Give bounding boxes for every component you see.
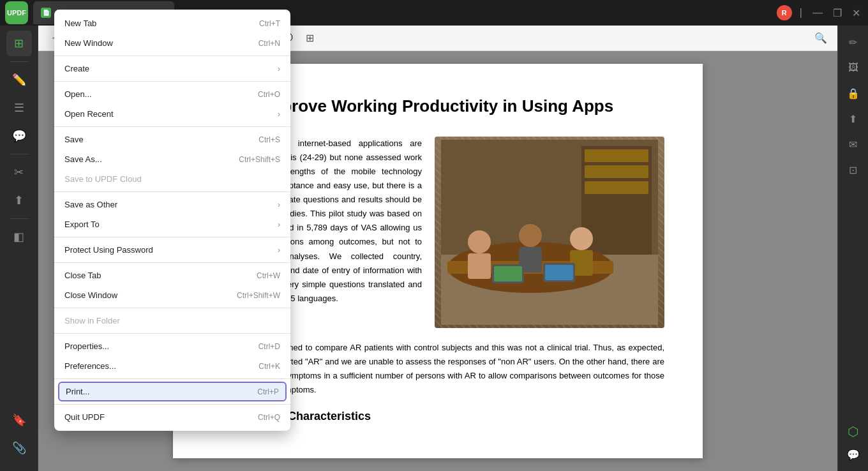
svg-rect-9 (468, 253, 491, 279)
menu-item-open-recent[interactable]: Open Recent › (54, 104, 290, 124)
menu-arrow-create: › (278, 64, 280, 73)
menu-divider-6 (54, 262, 290, 263)
menu-label-create: Create (64, 64, 273, 73)
user-avatar[interactable]: R (777, 5, 792, 20)
menu-item-preferences[interactable]: Preferences... Ctrl+K (54, 356, 290, 376)
menu-arrow-open-recent: › (278, 110, 280, 119)
maximize-button[interactable]: ❐ (830, 4, 844, 22)
menu-shortcut-new-tab: Ctrl+T (259, 26, 280, 28)
sidebar-item-extract[interactable]: ⬆ (6, 188, 32, 213)
menu-divider-8 (54, 333, 290, 334)
dropdown-menu: New Tab Ctrl+T New Window Ctrl+N Create … (54, 26, 290, 431)
pdf-image (435, 137, 664, 328)
sidebar-divider-3 (10, 218, 29, 219)
menu-divider-9 (54, 378, 290, 379)
menu-shortcut-new-window: Ctrl+N (258, 39, 280, 48)
main-layout: ⊞ ✏️ ☰ 💬 ✂ ⬆ ◧ 🔖 📎 − 106% ▼ + ⇈ ↑ 5 (0, 26, 868, 471)
menu-shortcut-print: Ctrl+P (257, 387, 279, 396)
menu-arrow-protect-password: › (278, 246, 280, 255)
menu-divider-2 (54, 81, 290, 82)
menu-label-new-tab: New Tab (64, 26, 254, 28)
window-controls: R | — ❐ ✕ (777, 4, 863, 22)
right-sidebar-chat-icon[interactable]: 💬 (842, 443, 865, 466)
menu-divider-10 (54, 404, 290, 405)
menu-divider-4 (54, 191, 290, 192)
menu-label-print: Print... (66, 387, 252, 396)
menu-label-quit: Quit UPDF (64, 412, 253, 422)
menu-label-save-as: Save As... (64, 154, 234, 164)
menu-item-new-tab[interactable]: New Tab Ctrl+T (54, 26, 290, 33)
menu-item-export-to[interactable]: Export To › (54, 214, 290, 234)
minimize-button[interactable]: — (810, 4, 825, 21)
menu-label-save-as-other: Save as Other (64, 200, 273, 209)
right-sidebar-stamp-icon[interactable]: ⊡ (842, 158, 865, 181)
menu-shortcut-close-window: Ctrl+Shift+W (237, 291, 280, 300)
menu-item-quit[interactable]: Quit UPDF Ctrl+Q (54, 407, 290, 427)
menu-item-save[interactable]: Save Ctrl+S (54, 130, 290, 149)
menu-shortcut-open: Ctrl+O (258, 90, 280, 99)
search-button[interactable]: 🔍 (812, 29, 830, 47)
sidebar-item-attachment[interactable]: 📎 (6, 435, 32, 461)
right-sidebar-lock-icon[interactable]: 🔒 (842, 82, 865, 105)
menu-label-open: Open... (64, 89, 253, 99)
menu-item-new-window[interactable]: New Window Ctrl+N (54, 33, 290, 53)
right-sidebar-bottom: ⬡ 💬 (842, 420, 865, 466)
sidebar-item-edit[interactable]: ✏️ (6, 67, 32, 93)
right-sidebar-email-icon[interactable]: ✉ (842, 133, 865, 156)
menu-item-properties[interactable]: Properties... Ctrl+D (54, 336, 290, 356)
menu-divider-1 (54, 56, 290, 56)
menu-label-preferences: Preferences... (64, 361, 253, 371)
menu-divider-3 (54, 126, 290, 127)
pdf-image-inner (435, 137, 664, 328)
menu-item-print[interactable]: Print... Ctrl+P (58, 382, 287, 401)
menu-label-new-window: New Window (64, 38, 253, 48)
menu-item-create[interactable]: Create › (54, 59, 290, 78)
sidebar-item-home[interactable]: ⊞ (6, 31, 32, 56)
sidebar-divider-2 (10, 154, 29, 154)
app-logo: UPDF (5, 1, 28, 24)
menu-item-show-folder: Show in Folder (54, 311, 290, 331)
sidebar-item-list[interactable]: ☰ (6, 95, 32, 121)
menu-shortcut-preferences: Ctrl+K (258, 362, 280, 371)
right-sidebar-image-icon[interactable]: 🖼 (842, 56, 865, 79)
menu-item-save-cloud: Save to UPDF Cloud (54, 169, 290, 189)
right-sidebar-edit-icon[interactable]: ✏ (842, 31, 865, 54)
sidebar-item-annotate[interactable]: 💬 (6, 123, 32, 149)
svg-point-8 (468, 230, 491, 253)
sidebar-item-layer[interactable]: ◧ (6, 224, 32, 250)
close-button[interactable]: ✕ (849, 4, 863, 22)
menu-item-close-window[interactable]: Close Window Ctrl+Shift+W (54, 285, 290, 305)
svg-rect-15 (494, 266, 522, 281)
sidebar-item-bookmark[interactable]: 🔖 (6, 407, 32, 433)
menu-item-protect-password[interactable]: Protect Using Password › (54, 240, 290, 260)
svg-point-12 (570, 227, 593, 250)
svg-rect-3 (585, 149, 648, 162)
menu-divider-7 (54, 308, 290, 308)
tab-icon: 📄 (41, 8, 51, 18)
sidebar-divider-1 (10, 61, 29, 62)
menu-arrow-save-as-other: › (278, 200, 280, 209)
menu-shortcut-close-tab: Ctrl+W (257, 271, 280, 280)
right-sidebar-puzzle-icon[interactable]: ⬡ (842, 420, 865, 443)
menu-label-show-folder: Show in Folder (64, 316, 280, 325)
columns-button[interactable]: ⊞ (301, 29, 318, 47)
menu-item-save-as[interactable]: Save As... Ctrl+Shift+S (54, 149, 290, 169)
menu-item-save-as-other[interactable]: Save as Other › (54, 195, 290, 214)
right-sidebar: ✏ 🖼 🔒 ⬆ ✉ ⊡ ⬡ 💬 (837, 26, 868, 471)
menu-label-save: Save (64, 135, 253, 144)
svg-rect-5 (585, 181, 648, 194)
menu-label-protect-password: Protect Using Password (64, 245, 273, 255)
menu-label-properties: Properties... (64, 341, 253, 351)
menu-shortcut-save: Ctrl+S (258, 135, 280, 144)
left-sidebar: ⊞ ✏️ ☰ 💬 ✂ ⬆ ◧ 🔖 📎 (0, 26, 38, 471)
menu-item-open[interactable]: Open... Ctrl+O (54, 84, 290, 104)
sidebar-item-crop[interactable]: ✂ (6, 160, 32, 185)
menu-label-close-tab: Close Tab (64, 271, 251, 280)
menu-divider-5 (54, 237, 290, 237)
right-sidebar-share-icon[interactable]: ⬆ (842, 107, 865, 130)
menu-arrow-export-to: › (278, 220, 280, 229)
menu-shortcut-quit: Ctrl+Q (258, 413, 280, 422)
menu-shortcut-properties: Ctrl+D (258, 342, 280, 351)
menu-item-close-tab[interactable]: Close Tab Ctrl+W (54, 265, 290, 285)
sidebar-bottom: 🔖 📎 (6, 407, 32, 466)
